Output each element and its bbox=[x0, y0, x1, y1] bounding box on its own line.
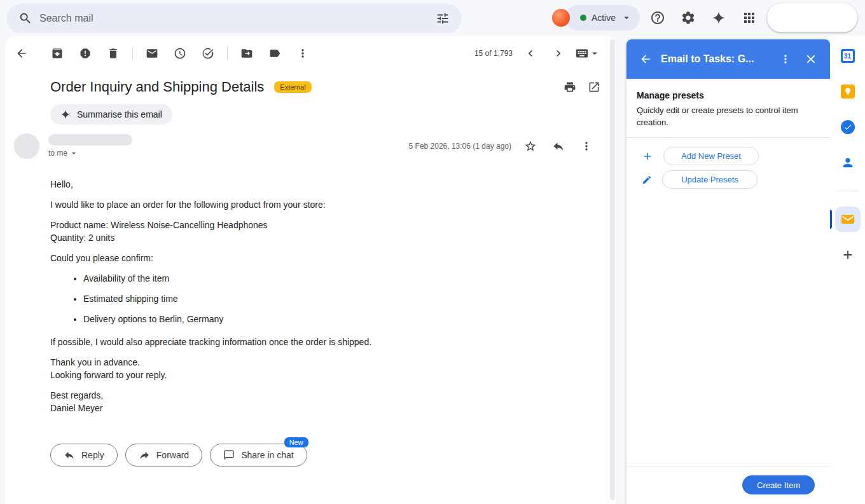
email-body-line: If possible, I would also appreciate tra… bbox=[50, 336, 539, 348]
more-vert-icon bbox=[296, 47, 309, 60]
panel-back-button[interactable] bbox=[633, 46, 658, 72]
reply-button[interactable]: Reply bbox=[50, 444, 118, 467]
settings-button[interactable] bbox=[675, 5, 701, 31]
archive-button[interactable] bbox=[45, 41, 70, 66]
gmail-window: Active bbox=[0, 0, 865, 504]
subject-row: Order Inquiry and Shipping Details Exter… bbox=[50, 79, 600, 95]
recipient-label: to me bbox=[48, 149, 67, 158]
add-task-icon bbox=[202, 47, 214, 60]
google-apps-button[interactable] bbox=[737, 5, 762, 31]
email-body-line: Product name: Wireless Noise-Cancelling … bbox=[50, 219, 539, 231]
active-extension-indicator bbox=[830, 210, 832, 229]
report-spam-icon bbox=[79, 47, 92, 60]
trash-icon bbox=[107, 47, 120, 60]
email-bullet: Estimated shipping time bbox=[83, 292, 539, 305]
arrow-back-icon bbox=[15, 47, 28, 60]
extension-envelope-icon bbox=[840, 212, 855, 227]
toolbar-divider bbox=[227, 47, 228, 60]
email-paragraph: I would like to place an order for the f… bbox=[50, 198, 539, 211]
toolbar-divider bbox=[132, 47, 133, 60]
rail-divider bbox=[838, 191, 858, 191]
email-body: Hello, I would like to place an order fo… bbox=[50, 178, 539, 414]
search-icon-button[interactable] bbox=[11, 4, 39, 32]
open-in-new-icon[interactable] bbox=[588, 81, 600, 93]
panel-title: Email to Tasks: G... bbox=[661, 53, 773, 65]
create-item-button[interactable]: Create Item bbox=[742, 475, 815, 494]
email-paragraph: If possible, I would also appreciate tra… bbox=[50, 336, 539, 348]
input-tools-selector[interactable] bbox=[575, 46, 600, 60]
search-bar[interactable] bbox=[6, 4, 462, 33]
pagination-label: 15 of 1,793 bbox=[474, 49, 513, 58]
extension-slot bbox=[830, 207, 865, 242]
close-icon bbox=[804, 52, 818, 66]
mark-unread-button[interactable] bbox=[139, 41, 165, 66]
update-presets-button[interactable]: Update Presets bbox=[662, 170, 758, 189]
labels-button[interactable] bbox=[262, 41, 287, 66]
manage-presets-title: Manage presets bbox=[637, 90, 820, 100]
email-paragraph: Best regards, Daniel Meyer bbox=[50, 389, 539, 414]
recipient-details-toggle[interactable]: to me bbox=[48, 148, 132, 158]
delete-button[interactable] bbox=[100, 41, 126, 66]
add-new-preset-button[interactable]: Add New Preset bbox=[663, 147, 759, 165]
email-toolbar: 15 of 1,793 bbox=[5, 36, 616, 71]
forward-label: Forward bbox=[156, 450, 189, 460]
more-options-button[interactable] bbox=[290, 41, 315, 66]
email-bullet: Availability of the item bbox=[83, 272, 539, 285]
older-email-button[interactable] bbox=[546, 41, 571, 66]
sender-info: to me bbox=[48, 134, 132, 158]
chat-status-selector[interactable]: Active bbox=[565, 5, 640, 31]
add-preset-row: Add New Preset bbox=[637, 147, 820, 165]
forward-button[interactable]: Forward bbox=[125, 444, 202, 467]
panel-close-button[interactable] bbox=[798, 46, 824, 72]
print-icon[interactable] bbox=[564, 81, 576, 93]
sender-right: 5 Feb 2026, 13:06 (1 day ago) bbox=[409, 133, 600, 159]
help-icon bbox=[650, 10, 665, 25]
message-more-button[interactable] bbox=[574, 133, 599, 159]
keep-sidepanel-button[interactable] bbox=[835, 79, 861, 104]
more-vert-icon bbox=[580, 140, 593, 153]
manage-presets-description: Quickly edit or create presets to contro… bbox=[637, 104, 805, 128]
scrollbar[interactable] bbox=[610, 39, 615, 500]
email-to-tasks-extension-button[interactable] bbox=[835, 207, 861, 232]
star-button[interactable] bbox=[518, 133, 543, 159]
archive-icon bbox=[51, 47, 64, 60]
gemini-sparkle-icon bbox=[712, 11, 726, 25]
back-to-inbox-button[interactable] bbox=[9, 41, 34, 66]
arrow-back-icon bbox=[639, 53, 652, 65]
report-spam-button[interactable] bbox=[73, 41, 98, 66]
email-paragraph: Thank you in advance. Looking forward to… bbox=[50, 356, 539, 381]
get-addons-button[interactable] bbox=[835, 242, 861, 268]
email-view: 15 of 1,793 Order Inquiry and Shipping D… bbox=[5, 36, 616, 504]
contacts-sidepanel-button[interactable] bbox=[835, 150, 861, 175]
panel-more-button[interactable] bbox=[773, 46, 798, 72]
email-body-line: Daniel Meyer bbox=[50, 402, 539, 414]
chat-bubble-icon bbox=[223, 449, 235, 461]
orange-avatar-icon[interactable] bbox=[552, 9, 570, 27]
move-to-button[interactable] bbox=[234, 41, 260, 66]
side-panel-rail: 31 bbox=[830, 36, 865, 504]
update-preset-row: Update Presets bbox=[637, 170, 820, 189]
tasks-sidepanel-button[interactable] bbox=[835, 114, 861, 140]
email-date: 5 Feb 2026, 13:06 (1 day ago) bbox=[409, 142, 511, 151]
email-body-line: Hello, bbox=[50, 178, 539, 191]
support-button[interactable] bbox=[645, 5, 670, 31]
newer-email-button[interactable] bbox=[518, 41, 543, 66]
summarize-email-button[interactable]: Summarise this email bbox=[50, 104, 172, 125]
calendar-sidepanel-button[interactable]: 31 bbox=[835, 43, 861, 69]
add-to-tasks-button[interactable] bbox=[195, 41, 221, 66]
account-button[interactable] bbox=[767, 3, 857, 32]
panel-body: Manage presets Quickly edit or create pr… bbox=[626, 79, 830, 467]
gemini-sparkle-icon bbox=[60, 109, 71, 119]
reply-icon-button[interactable] bbox=[546, 133, 571, 159]
search-input[interactable] bbox=[39, 13, 429, 24]
panel-footer: Create Item bbox=[626, 467, 830, 504]
plus-icon bbox=[841, 248, 855, 262]
gemini-button[interactable] bbox=[706, 5, 731, 31]
keep-icon bbox=[841, 85, 855, 99]
calendar-icon: 31 bbox=[841, 49, 855, 63]
snooze-button[interactable] bbox=[167, 41, 193, 66]
topbar: Active bbox=[0, 0, 865, 36]
share-in-chat-button[interactable]: Share in chat New bbox=[210, 444, 307, 467]
search-options-button[interactable] bbox=[429, 4, 457, 32]
reply-arrow-icon bbox=[552, 140, 565, 153]
